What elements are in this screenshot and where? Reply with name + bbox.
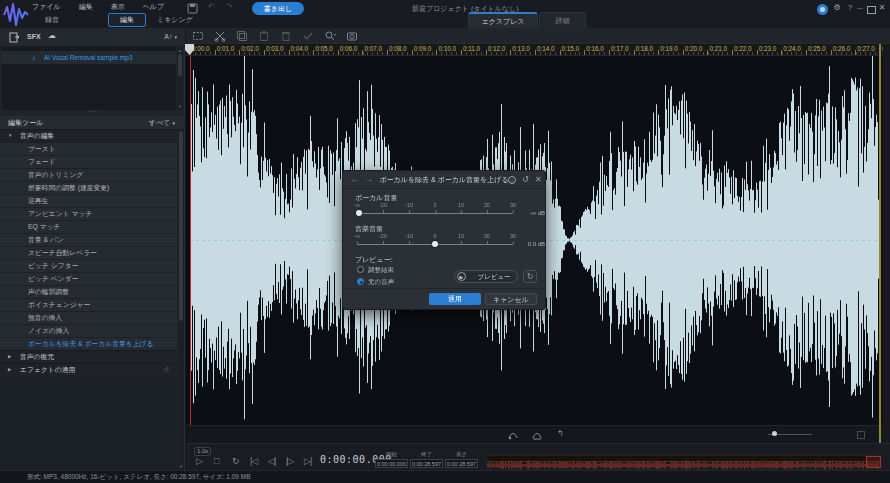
step-back-button[interactable]: ◁| [268,456,275,466]
file-format-status: 形式: MP3, 48000Hz, 16-ビット, ステレオ, 長さ: 00:2… [27,473,250,482]
loop-button[interactable]: ↻ [232,456,239,466]
go-to-start-button[interactable]: |◁ [250,456,257,466]
ruler-time-label: 0:00.0 [192,45,210,52]
undo-icon[interactable]: ↶ [208,2,215,11]
step-forward-button[interactable]: |▷ [286,456,293,466]
tool-item[interactable]: ピッチ シフター [0,259,177,272]
tab-express[interactable]: エクスプレス [468,12,538,28]
tool-item[interactable]: フェード [0,155,177,168]
redo-icon[interactable]: ↷ [226,2,233,11]
tool-item[interactable]: スピーチ自動レベラー [0,246,177,259]
account-icon[interactable] [817,4,828,15]
vocal-volume-handle[interactable] [356,210,362,216]
tool-item[interactable]: ボイスチェンジャー [0,298,177,311]
maximize-button[interactable] [867,6,876,14]
cut-icon[interactable] [214,30,226,42]
menu-item[interactable]: ファイル [32,2,61,13]
ruler-time-label: 0:05.0 [315,45,333,52]
tool-item[interactable]: EQ マッチ [0,220,177,233]
stop-button[interactable]: □ [214,456,218,466]
export-button[interactable]: 書き出し [252,2,304,15]
tool-item[interactable]: ピッチ ベンダー [0,272,177,285]
tools-header: 編集ツール すべて ▾ [0,116,185,129]
ruler-time-label: 0:17.0 [611,45,629,52]
preview-play-icon: ▶ [457,272,466,281]
dialog-reset-icon[interactable]: ↺ [522,175,529,184]
file-list-item[interactable]: ♪ AI Vocal Removal sample.mp3 [2,51,176,64]
playback-speed-label[interactable]: 1.0x [194,447,211,456]
tool-group-header[interactable]: ▼音声の編集 [0,129,177,142]
tool-item[interactable]: ノイズの挿入 [0,324,177,337]
marker-list-icon[interactable] [532,430,543,440]
save-icon[interactable] [187,3,198,14]
timeline-ruler[interactable]: 0:00.00:01.00:02.00:03.00:04.00:05.00:06… [186,44,882,56]
delete-icon[interactable] [280,30,292,42]
tab-edit[interactable]: 編集 [108,13,146,27]
ruler-time-label: 0:16.0 [586,45,604,52]
zoom-selection-icon[interactable] [324,30,336,42]
capture-icon[interactable] [346,30,358,42]
menu-item[interactable]: 表示 [111,2,125,13]
menu-item[interactable]: ヘルプ [143,2,165,13]
tool-item[interactable]: 所要時間の調整 (速度変更) [0,181,177,194]
overview-view-indicator[interactable] [866,456,881,468]
vocal-volume-value: -∞ dB [523,210,545,216]
tool-item[interactable]: 逆再生 [0,194,177,207]
tab-record[interactable]: 録音 [45,15,59,25]
tab-detail[interactable]: 詳細 [539,12,586,28]
help-icon[interactable]: ? [845,3,855,12]
settings-gear-icon[interactable]: ⚙ [832,3,842,12]
sfx-button[interactable]: SFX [27,33,41,40]
tools-scrollbar[interactable]: ▼ [178,129,184,470]
field-value[interactable]: 0:00:00.000 [375,459,408,468]
tool-item[interactable]: 音量 & パン [0,233,177,246]
tool-item[interactable]: 声の輪郭調整 [0,285,177,298]
music-volume-handle[interactable] [432,241,438,247]
menu-item[interactable]: 編集 [79,2,93,13]
add-marker-icon[interactable] [508,430,519,440]
tool-group-header[interactable]: ▶エフェクトの適用↺ [0,363,177,376]
apply-button[interactable]: 適用 [429,293,481,305]
file-list-scrollbar[interactable]: ▲ ▼ [177,47,183,110]
sort-button[interactable]: A↑ ▾ [164,33,177,40]
field-label: 長さ [445,451,478,458]
status-bar: 形式: MP3, 48000Hz, 16-ビット, ステレオ, 長さ: 00:2… [0,470,890,483]
field-value[interactable]: 0:00:28.597 [410,459,443,468]
fit-view-icon[interactable] [857,431,865,439]
expand-icon: ▶ [8,364,11,376]
field-value[interactable]: 0:00:28.597 [445,459,478,468]
undo-corner-icon[interactable]: ↰ [557,429,564,438]
cancel-button[interactable]: キャンセル [485,293,537,305]
tool-group-header[interactable]: ▶音声の復元 [0,350,177,363]
tool-item[interactable]: ブースト [0,142,177,155]
vocal-volume-slider[interactable] [357,213,513,214]
preview-loop-button[interactable]: ↻ [523,270,537,283]
zoom-slider-handle[interactable] [772,431,777,436]
tool-item[interactable]: 無音の挿入 [0,311,177,324]
dialog-close-icon[interactable]: ✕ [535,175,542,184]
tools-empty-area [0,376,177,470]
overview-strip[interactable] [486,455,880,467]
edit-toolbar [186,28,890,44]
go-to-end-button[interactable]: ▷| [304,456,311,466]
import-file-icon[interactable] [9,32,20,43]
tool-item[interactable]: アンビエント マッチ [0,207,177,220]
tools-filter-dropdown[interactable]: すべて ▾ [149,116,175,130]
tab-mixing[interactable]: ミキシング [157,15,193,25]
playhead-line [190,56,191,425]
tool-item[interactable]: 音声のトリミング [0,168,177,181]
paste-icon[interactable] [258,30,270,42]
info-icon[interactable]: i [508,176,516,184]
reset-icon[interactable]: ↺ [163,364,169,376]
trim-check-icon[interactable] [302,30,314,42]
preview-button[interactable]: ▶ プレビュー [454,270,518,283]
vertical-scrollbar-track[interactable] [883,44,890,470]
select-region-icon[interactable] [192,30,204,42]
minimize-button[interactable]: — [855,5,865,11]
cloud-icon[interactable]: ☁ [48,31,56,40]
copy-icon[interactable] [236,30,248,42]
ruler-time-label: 0:21.0 [709,45,727,52]
tool-item[interactable]: ボーカルを除去 & ボーカル音量を上げる [0,337,177,350]
play-button[interactable]: ▷ [196,456,202,466]
close-button[interactable]: ✕ [877,3,887,12]
